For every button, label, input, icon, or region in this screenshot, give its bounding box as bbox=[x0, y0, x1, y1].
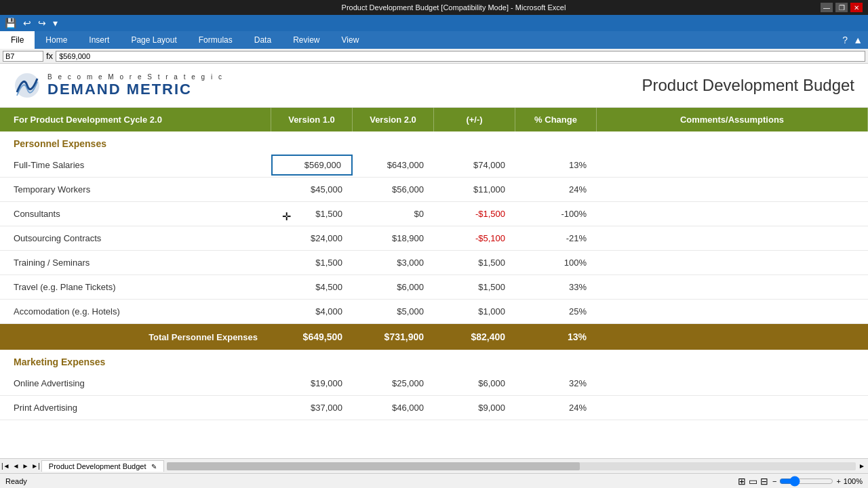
table-row[interactable]: Accomodation (e.g. Hotels) $4,000 $5,000… bbox=[0, 300, 868, 324]
row-value-v1[interactable]: $1,500 bbox=[271, 205, 353, 223]
page-break-icon[interactable]: ⊟ bbox=[760, 476, 768, 487]
table-row[interactable]: Travel (e.g. Plane Tickets) $4,500 $6,00… bbox=[0, 275, 868, 300]
row-value-comments[interactable] bbox=[597, 235, 868, 243]
row-value-v1[interactable]: $24,000 bbox=[271, 229, 353, 247]
sheet-nav-first[interactable]: |◄ bbox=[0, 462, 12, 470]
logo-text-group: B e c o m e M o r e S t r a t e g i c DE… bbox=[47, 73, 224, 98]
table-row[interactable]: Online Advertising $19,000 $25,000 $6,00… bbox=[0, 371, 868, 396]
table-row[interactable]: Consultants $1,500 $0 -$1,500 -100% bbox=[0, 202, 868, 226]
zoom-level: 100% bbox=[844, 477, 863, 485]
row-value-v1[interactable]: $37,000 bbox=[271, 399, 353, 417]
col-header-1: For Product Development Cycle 2.0 bbox=[0, 108, 271, 131]
total-label: Total Personnel Expenses bbox=[0, 328, 271, 346]
row-value-comments[interactable] bbox=[597, 186, 868, 194]
tab-home[interactable]: Home bbox=[35, 31, 78, 49]
col-header-2: Version 1.0 bbox=[271, 108, 353, 131]
row-value-v2[interactable]: $56,000 bbox=[353, 180, 434, 199]
status-text: Ready bbox=[5, 477, 27, 485]
undo-quick-btn[interactable]: ↩ bbox=[21, 18, 33, 28]
row-label: Outsourcing Contracts bbox=[0, 229, 271, 247]
close-button[interactable]: ✕ bbox=[850, 3, 863, 12]
row-label: Training / Seminars bbox=[0, 253, 271, 272]
row-value-pct: 100% bbox=[515, 253, 597, 272]
redo-quick-btn[interactable]: ↪ bbox=[36, 18, 48, 28]
row-value-comments[interactable] bbox=[597, 380, 868, 388]
status-left: Ready bbox=[5, 477, 27, 485]
row-value-comments[interactable] bbox=[597, 404, 868, 412]
row-value-v2[interactable]: $6,000 bbox=[353, 278, 434, 296]
row-value-v2[interactable]: $0 bbox=[353, 205, 434, 223]
sheet-nav-last[interactable]: ►| bbox=[30, 462, 41, 470]
zoom-out-icon[interactable]: − bbox=[772, 477, 776, 485]
table-row[interactable]: Outsourcing Contracts $24,000 $18,900 -$… bbox=[0, 226, 868, 251]
logo: B e c o m e M o r e S t r a t e g i c DE… bbox=[14, 72, 224, 99]
row-value-v1[interactable]: $1,500 bbox=[271, 253, 353, 272]
zoom-control: − + 100% bbox=[772, 476, 863, 487]
table-row[interactable]: Temporary Workers $45,000 $56,000 $11,00… bbox=[0, 178, 868, 202]
col-header-6: Comments/Assumptions bbox=[597, 108, 868, 131]
row-value-delta: $6,000 bbox=[434, 374, 515, 392]
zoom-slider[interactable] bbox=[779, 476, 833, 487]
row-value-v1[interactable]: $4,000 bbox=[271, 302, 353, 321]
hscrollbar-thumb[interactable] bbox=[167, 462, 580, 470]
row-value-v1[interactable]: $4,500 bbox=[271, 278, 353, 296]
row-value-delta: $1,000 bbox=[434, 302, 515, 321]
total-value-comments bbox=[597, 333, 868, 341]
sheet-nav-next[interactable]: ► bbox=[20, 462, 30, 470]
minimize-button[interactable]: — bbox=[821, 3, 833, 12]
row-value-v1[interactable]: $45,000 bbox=[271, 180, 353, 199]
hscrollbar[interactable] bbox=[167, 462, 856, 470]
formula-bar[interactable] bbox=[56, 51, 865, 62]
zoom-in-icon[interactable]: + bbox=[836, 477, 840, 485]
ribbon-collapse-icon[interactable]: ▲ bbox=[853, 35, 863, 45]
row-value-v2[interactable]: $18,900 bbox=[353, 229, 434, 247]
row-value-v2[interactable]: $5,000 bbox=[353, 302, 434, 321]
row-value-v2[interactable]: $3,000 bbox=[353, 253, 434, 272]
tab-review[interactable]: Review bbox=[282, 31, 330, 49]
section-header-personnel: Personnel Expenses bbox=[0, 131, 868, 153]
total-value-v1: $649,500 bbox=[271, 327, 353, 346]
row-value-pct: 13% bbox=[515, 156, 597, 174]
row-value-v1[interactable]: $19,000 bbox=[271, 374, 353, 392]
qa-dropdown-btn[interactable]: ▾ bbox=[51, 18, 60, 28]
row-value-pct: -100% bbox=[515, 205, 597, 223]
row-value-comments[interactable] bbox=[597, 210, 868, 218]
maximize-button[interactable]: ❐ bbox=[835, 3, 848, 12]
save-quick-btn[interactable]: 💾 bbox=[3, 18, 18, 28]
tab-page-layout[interactable]: Page Layout bbox=[120, 31, 187, 49]
row-value-v2[interactable]: $643,000 bbox=[353, 156, 434, 174]
normal-view-icon[interactable]: ⊞ bbox=[738, 476, 746, 487]
tab-file[interactable]: File bbox=[0, 31, 35, 49]
row-value-v2[interactable]: $46,000 bbox=[353, 399, 434, 417]
sheet-nav-prev[interactable]: ◄ bbox=[12, 462, 21, 470]
row-value-pct: 24% bbox=[515, 180, 597, 199]
name-box[interactable] bbox=[3, 51, 43, 62]
sheet-tab[interactable]: Product Development Budget ✎ bbox=[41, 460, 164, 472]
content-area: Personnel Expenses Full-Time Salaries $5… bbox=[0, 131, 868, 488]
tab-insert[interactable]: Insert bbox=[78, 31, 120, 49]
row-label: Print Advertising bbox=[0, 399, 271, 417]
row-value-comments[interactable] bbox=[597, 161, 868, 169]
row-value-delta: $1,500 bbox=[434, 278, 515, 296]
tab-data[interactable]: Data bbox=[243, 31, 282, 49]
table-row[interactable]: Full-Time Salaries $569,000 $643,000 $74… bbox=[0, 153, 868, 178]
row-value-comments[interactable] bbox=[597, 259, 868, 267]
tab-view[interactable]: View bbox=[331, 31, 370, 49]
sheet-tab-edit-icon[interactable]: ✎ bbox=[151, 463, 157, 470]
row-value-comments[interactable] bbox=[597, 308, 868, 316]
row-value-comments[interactable] bbox=[597, 283, 868, 291]
table-row[interactable]: Print Advertising $37,000 $46,000 $9,000… bbox=[0, 396, 868, 420]
page-title: Product Development Budget bbox=[642, 76, 854, 95]
window-controls[interactable]: — ❐ ✕ bbox=[821, 3, 863, 12]
row-value-v1[interactable]: $569,000 bbox=[271, 155, 353, 176]
sheet-tab-label: Product Development Budget bbox=[49, 462, 146, 470]
scroll-end-arrow[interactable]: ► bbox=[859, 462, 865, 470]
tab-formulas[interactable]: Formulas bbox=[188, 31, 243, 49]
page-layout-icon[interactable]: ▭ bbox=[749, 476, 757, 487]
header-area: B e c o m e M o r e S t r a t e g i c DE… bbox=[0, 64, 868, 108]
row-value-v2[interactable]: $25,000 bbox=[353, 374, 434, 392]
row-value-delta: $9,000 bbox=[434, 399, 515, 417]
help-icon[interactable]: ? bbox=[842, 35, 848, 45]
table-row[interactable]: Training / Seminars $1,500 $3,000 $1,500… bbox=[0, 251, 868, 275]
row-label: Accomodation (e.g. Hotels) bbox=[0, 302, 271, 321]
